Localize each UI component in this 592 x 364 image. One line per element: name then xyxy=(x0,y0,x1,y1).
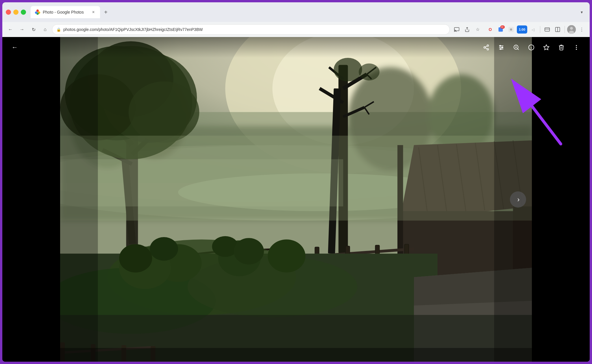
security-icon: 🔒 xyxy=(56,27,61,32)
forward-button[interactable]: → xyxy=(17,25,27,34)
svg-point-15 xyxy=(570,27,573,30)
photo-back-button[interactable]: ← xyxy=(9,41,20,53)
svg-point-128 xyxy=(576,47,577,48)
toolbar-divider2 xyxy=(565,26,565,33)
cast-button[interactable] xyxy=(452,25,461,34)
svg-point-117 xyxy=(502,47,503,48)
bookmark-button[interactable]: ☆ xyxy=(473,25,482,34)
favorite-button[interactable] xyxy=(540,41,553,54)
more-options-button[interactable] xyxy=(570,41,583,54)
svg-point-89 xyxy=(150,237,178,261)
svg-rect-4 xyxy=(454,27,459,31)
time-badge-text: 1:00 xyxy=(519,28,525,31)
close-window-button[interactable] xyxy=(6,10,11,15)
maximize-window-button[interactable] xyxy=(21,10,26,15)
svg-line-112 xyxy=(485,46,487,47)
photo-toolbar: ← xyxy=(2,37,590,58)
svg-point-110 xyxy=(487,49,489,50)
extensions-arrow-button[interactable]: ◁ xyxy=(528,25,538,34)
minimize-window-button[interactable] xyxy=(13,10,18,15)
toolbar-icons: ☆ O 9+ 1:00 ◁ xyxy=(452,25,586,34)
browser-menu-button[interactable]: ⋮ xyxy=(577,25,586,34)
photo-canvas xyxy=(60,37,532,362)
svg-point-91 xyxy=(234,238,264,264)
svg-point-92 xyxy=(119,244,152,273)
share-page-button[interactable] xyxy=(462,25,472,34)
left-panel xyxy=(2,37,60,362)
opera-icon[interactable]: O xyxy=(486,25,495,34)
tab-bar: Photo - Google Photos ✕ + ▾ xyxy=(31,6,586,18)
next-arrow-icon: › xyxy=(517,195,520,204)
svg-point-3 xyxy=(35,12,37,14)
next-photo-button[interactable]: › xyxy=(510,191,526,208)
tab-close-button[interactable]: ✕ xyxy=(91,10,96,15)
active-tab[interactable]: Photo - Google Photos ✕ xyxy=(31,6,100,18)
extension-badge: 9+ xyxy=(500,25,505,29)
svg-point-127 xyxy=(576,45,577,46)
tab-list-button[interactable]: ▾ xyxy=(577,8,586,17)
profile-avatar[interactable] xyxy=(567,25,576,34)
svg-point-9 xyxy=(510,28,512,31)
svg-point-0 xyxy=(36,10,39,12)
split-view-button[interactable] xyxy=(553,25,562,34)
svg-point-108 xyxy=(487,45,489,47)
photo-extension-button[interactable] xyxy=(506,25,516,34)
browser-window: Photo - Google Photos ✕ + ▾ ← → ↻ ⌂ 🔒 ph… xyxy=(2,2,590,362)
toolbar-divider xyxy=(540,26,540,33)
svg-point-52 xyxy=(359,63,380,80)
info-button[interactable] xyxy=(525,41,538,54)
svg-point-40 xyxy=(129,82,199,143)
reload-button[interactable]: ↻ xyxy=(29,25,38,34)
svg-rect-10 xyxy=(545,28,550,31)
svg-line-111 xyxy=(485,48,487,49)
traffic-lights xyxy=(6,10,26,15)
svg-point-129 xyxy=(576,49,577,50)
tab-title: Photo - Google Photos xyxy=(43,10,88,14)
svg-point-109 xyxy=(484,47,486,48)
extension-badge-button[interactable]: 9+ xyxy=(496,25,505,34)
url-text: photos.google.com/photo/AF1QipPVJscXtkJI… xyxy=(63,27,445,32)
svg-rect-105 xyxy=(60,37,98,362)
svg-marker-126 xyxy=(544,45,549,50)
svg-point-118 xyxy=(500,49,501,50)
svg-point-116 xyxy=(500,45,501,47)
photo-image xyxy=(60,37,532,362)
home-button[interactable]: ⌂ xyxy=(40,25,50,34)
right-panel xyxy=(532,37,590,362)
nav-bar: ← → ↻ ⌂ 🔒 photos.google.com/photo/AF1Qip… xyxy=(2,22,590,37)
edit-button[interactable] xyxy=(495,41,508,54)
svg-point-51 xyxy=(334,58,362,82)
delete-button[interactable] xyxy=(555,41,568,54)
title-bar: Photo - Google Photos ✕ + ▾ xyxy=(2,2,590,22)
new-tab-button[interactable]: + xyxy=(101,8,110,17)
photo-toolbar-right xyxy=(480,41,583,54)
address-bar[interactable]: 🔒 photos.google.com/photo/AF1QipPVJscXtk… xyxy=(52,24,450,35)
svg-rect-107 xyxy=(60,348,532,362)
svg-line-120 xyxy=(517,49,519,50)
google-photos-favicon xyxy=(35,9,40,15)
svg-rect-104 xyxy=(60,159,343,206)
back-button[interactable]: ← xyxy=(6,25,15,34)
photo-viewer: ← xyxy=(2,37,590,362)
zoom-button[interactable] xyxy=(510,41,523,54)
share-button[interactable] xyxy=(480,41,493,54)
time-extension-button[interactable]: 1:00 xyxy=(517,25,527,34)
wallet-button[interactable] xyxy=(543,25,552,34)
svg-point-5 xyxy=(454,31,455,32)
svg-point-88 xyxy=(268,239,306,272)
